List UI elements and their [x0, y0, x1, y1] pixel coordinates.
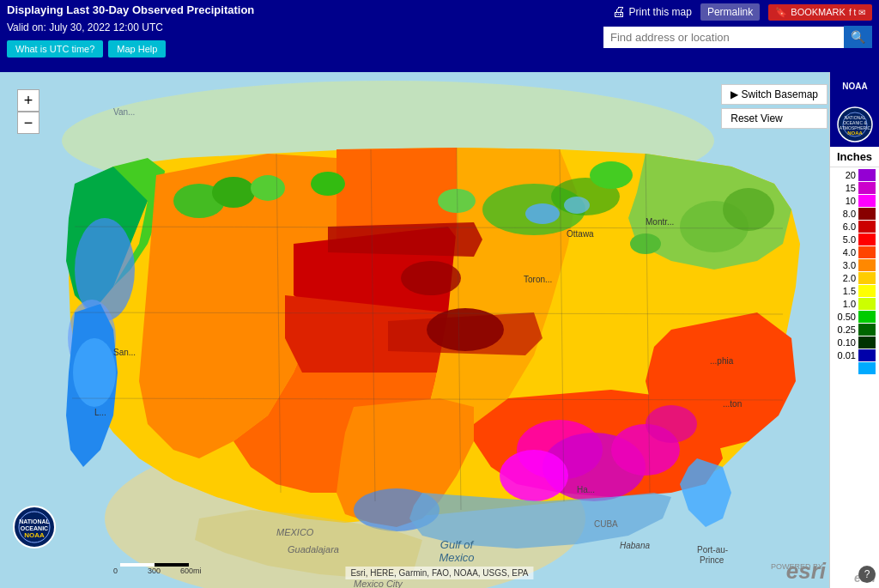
legend-item: 0.10 — [834, 336, 876, 349]
svg-text:600mi: 600mi — [180, 567, 202, 575]
header-left: Displaying Last 30-Day Observed Precipit… — [7, 3, 254, 58]
legend-swatch — [858, 233, 876, 246]
header: Displaying Last 30-Day Observed Precipit… — [0, 0, 879, 72]
legend-label: 0.50 — [834, 312, 858, 322]
legend-item: 5.0 — [834, 233, 876, 246]
bookmark-label: BOOKMARK — [791, 7, 846, 17]
switch-basemap-button[interactable]: ▶ Switch Basemap — [721, 84, 827, 105]
legend-item: 2.0 — [834, 272, 876, 284]
legend-label: 0.01 — [834, 350, 858, 361]
legend-items: 20 15 10 8.0 6.0 5.0 4.0 3.0 2.0 1.5 — [830, 167, 879, 567]
legend-item: 8.0 — [834, 208, 876, 220]
social-icons: f t ✉ — [849, 8, 865, 17]
printer-icon: 🖨 — [612, 4, 626, 20]
svg-text:Montr...: Montr... — [646, 217, 674, 227]
legend-item: 1.0 — [834, 298, 876, 310]
legend-label: 5.0 — [834, 234, 858, 245]
svg-text:Ottawa: Ottawa — [567, 229, 594, 239]
search-container: 🔍 — [603, 26, 872, 48]
legend-swatch — [858, 182, 876, 194]
legend-label: 2.0 — [834, 273, 858, 283]
svg-point-7 — [212, 177, 255, 208]
legend-item: 20 — [834, 169, 876, 181]
legend-swatch — [858, 208, 876, 220]
print-link[interactable]: 🖨 Print this map — [612, 4, 692, 20]
legend-label: 3.0 — [834, 260, 858, 270]
legend-swatch — [858, 285, 876, 297]
zoom-in-button[interactable]: + — [17, 89, 39, 112]
legend-item: 0.50 — [834, 311, 876, 323]
legend-swatch — [858, 362, 876, 374]
header-subtitle: Valid on: July 30, 2022 12:00 UTC — [7, 21, 254, 33]
legend-swatch — [858, 169, 876, 181]
legend-label: 4.0 — [834, 247, 858, 258]
top-links: 🖨 Print this map Permalink 🔖 BOOKMARK f … — [612, 3, 872, 21]
svg-text:Habana: Habana — [620, 541, 650, 550]
svg-text:NOAA: NOAA — [847, 130, 863, 136]
legend-label: 20 — [834, 170, 858, 180]
print-label: Print this map — [629, 6, 692, 18]
svg-point-21 — [630, 233, 661, 254]
legend-swatch — [858, 195, 876, 207]
reset-view-button[interactable]: Reset View — [721, 108, 827, 129]
legend-item: 0.01 — [834, 349, 876, 361]
legend-item: 0.25 — [834, 324, 876, 336]
utc-time-button[interactable]: What is UTC time? — [7, 40, 103, 58]
legend-item: 3.0 — [834, 259, 876, 271]
header-right: 🖨 Print this map Permalink 🔖 BOOKMARK f … — [603, 3, 872, 48]
legend: NOAA NATIONAL OCEANIC & ATMOSPHERIC NOAA… — [829, 72, 879, 588]
legend-label: 10 — [834, 196, 858, 206]
legend-swatch — [858, 298, 876, 310]
svg-text:300: 300 — [148, 567, 161, 575]
legend-item: 1.5 — [834, 285, 876, 297]
precipitation-map: Gulf of Mexico Ottawa Montr... Toron... … — [0, 72, 879, 588]
attribution: Esri, HERE, Garmin, FAO, NOAA, USGS, EPA — [345, 567, 533, 579]
legend-label: 0.25 — [834, 324, 858, 335]
svg-text:Gulf of: Gulf of — [440, 538, 475, 551]
map-controls: ▶ Switch Basemap Reset View — [721, 84, 827, 129]
search-input[interactable] — [603, 27, 844, 48]
svg-point-12 — [564, 197, 590, 214]
svg-text:Van...: Van... — [113, 107, 135, 117]
legend-swatch — [858, 221, 876, 233]
legend-swatch — [858, 272, 876, 284]
svg-text:0: 0 — [113, 567, 118, 575]
bookmark-icon: 🔖 — [775, 7, 787, 18]
svg-text:NOAA: NOAA — [842, 82, 867, 91]
legend-label: 15 — [834, 183, 858, 193]
map-container[interactable]: Gulf of Mexico Ottawa Montr... Toron... … — [0, 72, 879, 588]
header-title: Displaying Last 30-Day Observed Precipit… — [7, 3, 254, 18]
bookmark-area[interactable]: 🔖 BOOKMARK f t ✉ — [768, 4, 872, 21]
esri-watermark: esri — [786, 558, 826, 585]
svg-text:Mexico City: Mexico City — [354, 579, 403, 588]
zoom-out-button[interactable]: − — [17, 112, 39, 134]
search-button[interactable]: 🔍 — [844, 26, 872, 48]
legend-item — [834, 362, 876, 374]
legend-item: 4.0 — [834, 246, 876, 258]
legend-swatch — [858, 311, 876, 323]
svg-point-23 — [427, 308, 504, 351]
svg-text:Prince: Prince — [700, 555, 724, 565]
legend-swatch — [858, 336, 876, 349]
legend-item: 6.0 — [834, 221, 876, 233]
legend-swatch — [858, 349, 876, 361]
svg-point-11 — [525, 203, 560, 224]
legend-swatch — [858, 246, 876, 258]
legend-label: 0.10 — [834, 337, 858, 348]
svg-text:...ton: ...ton — [723, 399, 742, 409]
svg-text:CUBA: CUBA — [594, 519, 618, 529]
svg-point-26 — [646, 405, 697, 443]
map-help-button[interactable]: Map Help — [108, 40, 166, 58]
help-button[interactable]: ? — [858, 566, 876, 583]
svg-text:NOAA: NOAA — [24, 531, 45, 539]
svg-text:Guadalajara: Guadalajara — [288, 544, 339, 555]
svg-point-22 — [438, 189, 476, 213]
svg-text:MEXICO: MEXICO — [276, 527, 314, 537]
noaa-logo: NATIONAL OCEANIC NOAA — [12, 505, 57, 549]
legend-noaa-logo: NATIONAL OCEANIC & ATMOSPHERIC NOAA — [830, 102, 879, 147]
svg-text:Mexico: Mexico — [439, 551, 474, 564]
legend-header: NOAA — [830, 72, 879, 102]
svg-text:L...: L... — [94, 408, 106, 417]
permalink-button[interactable]: Permalink — [700, 3, 760, 21]
legend-label: 6.0 — [834, 221, 858, 232]
